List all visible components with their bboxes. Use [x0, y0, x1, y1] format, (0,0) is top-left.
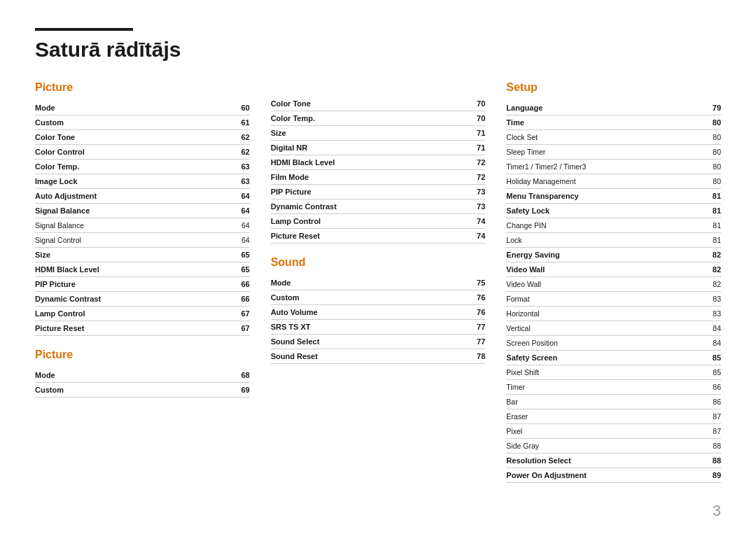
table-row: Safety Screen85	[506, 351, 721, 365]
row-label: Lamp Control	[271, 214, 442, 229]
row-number: 81	[678, 204, 721, 218]
row-label: Custom	[271, 290, 442, 305]
row-number: 65	[206, 248, 249, 262]
table-row: Custom69	[35, 383, 250, 398]
row-label: Dynamic Contrast	[35, 292, 206, 307]
table-row: Size65	[35, 248, 250, 262]
column-1: Picture Mode60Custom61Color Tone62Color …	[35, 81, 271, 483]
row-number: 84	[678, 336, 721, 351]
row-label: Color Tone	[35, 130, 206, 145]
table-row: Auto Adjustment64	[35, 189, 250, 204]
row-label: Signal Balance	[35, 218, 206, 233]
row-number: 87	[678, 424, 721, 439]
row-label: Screen Position	[506, 336, 678, 351]
row-label: Language	[506, 101, 678, 115]
table-row: Horizontal83	[506, 307, 721, 321]
row-label: Pixel	[506, 424, 678, 439]
row-label: Energy Saving	[506, 248, 678, 262]
table-row: Power On Adjustment89	[506, 468, 721, 483]
row-number: 75	[442, 276, 485, 290]
row-number: 77	[442, 335, 485, 349]
row-number: 80	[678, 130, 721, 145]
row-label: Lamp Control	[35, 307, 206, 321]
page: Saturā rādītājs Picture Mode60Custom61Co…	[0, 0, 756, 534]
row-label: Safety Screen	[506, 351, 678, 365]
row-number: 68	[206, 368, 249, 383]
table-row: Lamp Control67	[35, 307, 250, 321]
table-row: Picture Reset67	[35, 321, 250, 336]
table-row: Pixel87	[506, 424, 721, 439]
row-label: SRS TS XT	[271, 320, 442, 335]
row-number: 71	[442, 141, 485, 155]
table-row: Color Tone70	[271, 97, 486, 111]
row-label: PIP Picture	[271, 185, 442, 199]
row-label: Timer1 / Timer2 / Timer3	[506, 160, 678, 174]
row-label: Digital NR	[271, 141, 442, 155]
row-number: 82	[678, 262, 721, 277]
table-row: Screen Position84	[506, 336, 721, 351]
table-row: Mode68	[35, 368, 250, 383]
table-row: Signal Balance64	[35, 204, 250, 218]
row-number: 86	[678, 395, 721, 409]
row-number: 72	[442, 155, 485, 170]
table-row: Pixel Shift85	[506, 365, 721, 380]
row-label: Size	[271, 126, 442, 141]
row-number: 65	[206, 262, 249, 277]
picture-1-table: Mode60Custom61Color Tone62Color Control6…	[35, 101, 250, 336]
row-number: 64	[206, 233, 249, 248]
row-label: Picture Reset	[35, 321, 206, 336]
table-row: Dynamic Contrast66	[35, 292, 250, 307]
table-row: Holiday Management80	[506, 174, 721, 189]
row-label: Bar	[506, 395, 678, 409]
row-label: Side Gray	[506, 439, 678, 454]
row-label: Video Wall	[506, 262, 678, 277]
table-row: Lamp Control74	[271, 214, 486, 229]
table-row: Video Wall82	[506, 277, 721, 292]
row-number: 80	[678, 115, 721, 130]
row-number: 86	[678, 380, 721, 395]
row-label: Change PIN	[506, 218, 678, 233]
row-number: 72	[442, 170, 485, 185]
row-number: 82	[678, 248, 721, 262]
picture-2-table: Mode68Custom69	[35, 368, 250, 398]
row-number: 77	[442, 320, 485, 335]
setup-table: Language79Time80Clock Set80Sleep Timer80…	[506, 101, 721, 483]
row-label: Color Control	[35, 145, 206, 160]
page-number: 3	[713, 502, 721, 520]
table-row: PIP Picture66	[35, 277, 250, 292]
row-number: 85	[678, 365, 721, 380]
section-picture-2-heading: Picture	[35, 349, 250, 361]
row-label: Auto Adjustment	[35, 189, 206, 204]
table-row: Dynamic Contrast73	[271, 199, 486, 214]
row-label: Pixel Shift	[506, 365, 678, 380]
row-label: Color Temp.	[271, 111, 442, 126]
table-row: Language79	[506, 101, 721, 115]
row-number: 74	[442, 229, 485, 244]
row-label: Format	[506, 292, 678, 307]
table-row: Color Temp.70	[271, 111, 486, 126]
row-number: 67	[206, 321, 249, 336]
row-number: 83	[678, 307, 721, 321]
table-row: Signal Balance64	[35, 218, 250, 233]
row-label: Power On Adjustment	[506, 468, 678, 483]
row-label: Size	[35, 248, 206, 262]
row-number: 66	[206, 292, 249, 307]
column-3: Setup Language79Time80Clock Set80Sleep T…	[506, 81, 721, 483]
row-label: Picture Reset	[271, 229, 442, 244]
row-number: 79	[678, 101, 721, 115]
table-row: Format83	[506, 292, 721, 307]
table-row: SRS TS XT77	[271, 320, 486, 335]
table-row: HDMI Black Level65	[35, 262, 250, 277]
row-number: 89	[678, 468, 721, 483]
sound-table: Mode75Custom76Auto Volume76SRS TS XT77So…	[271, 276, 486, 364]
row-number: 80	[678, 174, 721, 189]
table-row: Change PIN81	[506, 218, 721, 233]
table-row: Picture Reset74	[271, 229, 486, 244]
row-label: Mode	[35, 101, 206, 115]
row-label: Custom	[35, 115, 206, 130]
row-number: 81	[678, 218, 721, 233]
row-number: 67	[206, 307, 249, 321]
row-label: Dynamic Contrast	[271, 199, 442, 214]
table-row: Vertical84	[506, 321, 721, 336]
table-row: Auto Volume76	[271, 305, 486, 320]
